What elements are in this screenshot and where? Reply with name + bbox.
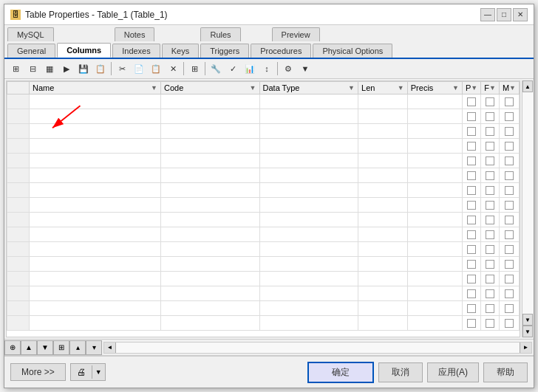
cell-m[interactable] (499, 183, 519, 198)
checkbox-p[interactable] (467, 157, 476, 165)
cell-f[interactable] (481, 242, 500, 257)
cell-col-4[interactable] (407, 183, 462, 198)
checkbox-p[interactable] (467, 319, 476, 328)
checkbox-f[interactable] (486, 319, 494, 328)
toolbar-copy[interactable]: 📄 (131, 61, 147, 77)
toolbar-add[interactable]: ⊞ (186, 61, 202, 77)
print-dropdown-arrow[interactable]: ▼ (92, 365, 105, 379)
cell-col-1[interactable] (161, 94, 260, 109)
checkbox-p[interactable] (467, 186, 476, 195)
cell-col-1[interactable] (161, 198, 260, 213)
cell-col-2[interactable] (259, 227, 358, 242)
cell-col-0[interactable] (30, 316, 161, 331)
th-m[interactable]: M ▼ (499, 82, 519, 94)
maximize-button[interactable]: □ (497, 8, 511, 21)
table-scroll-area[interactable]: Name ▼ Code ▼ (6, 80, 520, 337)
cell-col-2[interactable] (259, 198, 358, 213)
cell-m[interactable] (499, 257, 519, 272)
cell-col-0[interactable] (30, 94, 161, 109)
checkbox-f[interactable] (486, 186, 494, 195)
cell-m[interactable] (499, 198, 519, 213)
cell-col-0[interactable] (30, 168, 161, 183)
cell-col-0[interactable] (30, 272, 161, 286)
toolbar-chart[interactable]: 📊 (242, 61, 258, 77)
cell-p[interactable] (462, 168, 480, 183)
cell-p[interactable] (462, 257, 480, 272)
cell-col-2[interactable] (259, 168, 358, 183)
toolbar-btn-1[interactable]: ⊞ (7, 61, 24, 77)
checkbox-m[interactable] (505, 112, 514, 121)
checkbox-f[interactable] (486, 127, 494, 136)
tab-rules[interactable]: Rules (200, 27, 240, 41)
cancel-button[interactable]: 取消 (378, 362, 423, 382)
table-row[interactable] (7, 257, 520, 272)
cell-m[interactable] (499, 227, 519, 242)
table-row[interactable] (7, 139, 520, 154)
apply-button[interactable]: 应用(A) (427, 362, 479, 382)
cell-col-4[interactable] (407, 272, 462, 286)
toolbar-btn-2[interactable]: ⊟ (24, 61, 41, 77)
table-row[interactable] (7, 154, 520, 168)
cell-p[interactable] (462, 272, 480, 286)
cell-f[interactable] (481, 154, 500, 168)
checkbox-f[interactable] (486, 304, 494, 313)
cell-col-3[interactable] (358, 301, 408, 316)
cell-col-1[interactable] (161, 257, 260, 272)
tab-indexes[interactable]: Indexes (112, 44, 160, 58)
cell-f[interactable] (481, 213, 500, 227)
table-row[interactable] (7, 168, 520, 183)
scroll-down-button[interactable]: ▼ (522, 326, 533, 337)
cell-col-4[interactable] (407, 316, 462, 331)
cell-col-1[interactable] (161, 154, 260, 168)
cell-col-3[interactable] (358, 94, 408, 109)
cell-col-2[interactable] (259, 109, 358, 124)
cell-col-3[interactable] (358, 198, 408, 213)
cell-col-4[interactable] (407, 213, 462, 227)
cell-col-2[interactable] (259, 139, 358, 154)
cell-col-3[interactable] (358, 286, 408, 301)
cell-col-1[interactable] (161, 124, 260, 139)
tab-columns[interactable]: Columns (57, 43, 111, 58)
nav-add-row[interactable]: ⊕ (4, 340, 21, 355)
cell-col-3[interactable] (358, 124, 408, 139)
cell-col-0[interactable] (30, 124, 161, 139)
cell-f[interactable] (481, 124, 500, 139)
cell-col-0[interactable] (30, 242, 161, 257)
toolbar-filter[interactable]: 🔧 (208, 61, 224, 77)
tab-triggers[interactable]: Triggers (200, 44, 249, 58)
checkbox-m[interactable] (505, 245, 514, 254)
cell-col-4[interactable] (407, 139, 462, 154)
help-button[interactable]: 帮助 (483, 362, 528, 382)
checkbox-p[interactable] (467, 230, 476, 239)
cell-col-0[interactable] (30, 213, 161, 227)
cell-m[interactable] (499, 272, 519, 286)
tab-preview[interactable]: Preview (272, 27, 320, 41)
cell-col-3[interactable] (358, 213, 408, 227)
toolbar-btn-4[interactable]: ▶ (58, 61, 75, 77)
checkbox-m[interactable] (505, 142, 514, 151)
cell-m[interactable] (499, 242, 519, 257)
th-len[interactable]: Len ▼ (358, 82, 408, 94)
cell-col-4[interactable] (407, 242, 462, 257)
checkbox-f[interactable] (486, 275, 494, 283)
cell-f[interactable] (481, 272, 500, 286)
cell-col-4[interactable] (407, 94, 462, 109)
cell-col-2[interactable] (259, 213, 358, 227)
checkbox-f[interactable] (486, 142, 494, 151)
cell-f[interactable] (481, 94, 500, 109)
cell-m[interactable] (499, 124, 519, 139)
cell-col-0[interactable] (30, 183, 161, 198)
tab-procedures[interactable]: Procedures (251, 44, 311, 58)
close-button[interactable]: ✕ (513, 8, 528, 21)
cell-f[interactable] (481, 183, 500, 198)
scroll-right-button[interactable]: ► (520, 343, 531, 353)
checkbox-p[interactable] (467, 289, 476, 298)
cell-col-2[interactable] (259, 286, 358, 301)
cell-col-1[interactable] (161, 139, 260, 154)
nav-move-up[interactable]: ▲ (21, 340, 37, 355)
checkbox-p[interactable] (467, 275, 476, 283)
vertical-scrollbar[interactable]: ▲ ▼ ▼ (522, 80, 534, 337)
table-row[interactable] (7, 198, 520, 213)
toolbar-paste[interactable]: 📋 (148, 61, 164, 77)
cell-m[interactable] (499, 168, 519, 183)
